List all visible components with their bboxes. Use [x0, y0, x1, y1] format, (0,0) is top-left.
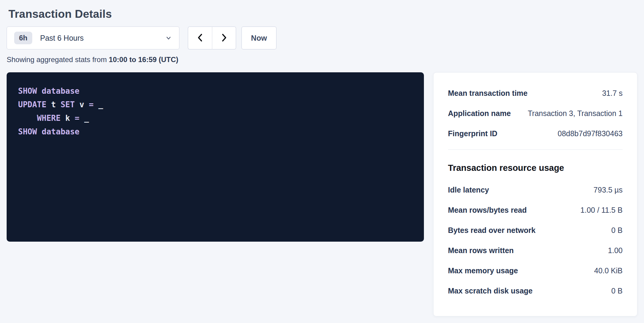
sql-line: WHERE k = _ — [18, 111, 412, 125]
sql-statement-box: SHOW databaseUPDATE t SET v = _ WHERE k … — [7, 72, 424, 242]
chevron-down-icon — [165, 35, 172, 41]
sql-token-plain: t — [46, 100, 61, 109]
chevron-left-icon — [196, 33, 204, 43]
sql-token-plain: k — [61, 114, 75, 123]
sql-token-keyword: SET — [61, 100, 75, 109]
time-range-dropdown[interactable]: 6h Past 6 Hours — [7, 27, 179, 49]
detail-row-label: Mean rows written — [448, 246, 514, 255]
chevron-right-icon — [220, 33, 228, 43]
sql-line: SHOW database — [18, 84, 412, 98]
detail-row-label: Idle latency — [448, 186, 489, 194]
detail-row-label: Max scratch disk usage — [448, 287, 533, 295]
detail-row-label: Application name — [448, 109, 511, 118]
time-range-pager — [188, 27, 236, 49]
resource-rows: Idle latency793.5 µsMean rows/bytes read… — [448, 186, 623, 295]
detail-row-label: Fingerprint ID — [448, 129, 497, 138]
sql-line: SHOW database — [18, 125, 412, 139]
detail-row: Application nameTransaction 3, Transacti… — [448, 109, 623, 118]
sql-token-keyword: = — [89, 100, 94, 109]
detail-row-value: 0 B — [611, 226, 623, 235]
detail-row: Mean transaction time31.7 s — [448, 89, 623, 98]
sql-token-plain: v — [75, 100, 89, 109]
detail-row-value: 793.5 µs — [594, 186, 623, 194]
sql-token-plain: _ — [80, 114, 89, 123]
detail-row: Bytes read over network0 B — [448, 226, 623, 235]
detail-row: Max memory usage40.0 KiB — [448, 266, 623, 275]
aggregation-range-prefix: Showing aggregated stats from — [7, 55, 109, 64]
detail-row-value: 0 B — [611, 287, 623, 295]
detail-row: Max scratch disk usage0 B — [448, 287, 623, 295]
time-range-label: Past 6 Hours — [40, 34, 84, 42]
aggregation-range-value: 10:00 to 16:59 (UTC) — [109, 55, 178, 64]
sql-token-keyword: WHERE — [18, 114, 61, 123]
detail-row: Fingerprint ID08d8b7d97f830463 — [448, 129, 623, 138]
detail-row-label: Max memory usage — [448, 266, 518, 275]
page-title: Transaction Details — [8, 8, 637, 20]
summary-rows: Mean transaction time31.7 sApplication n… — [448, 89, 623, 138]
sql-code: SHOW databaseUPDATE t SET v = _ WHERE k … — [18, 84, 412, 139]
detail-row-value: 1.00 / 11.5 B — [580, 206, 623, 215]
detail-row-label: Mean transaction time — [448, 89, 528, 98]
transaction-details-card: Mean transaction time31.7 sApplication n… — [433, 72, 637, 316]
detail-row-value: 1.00 — [608, 246, 623, 255]
main-content: SHOW databaseUPDATE t SET v = _ WHERE k … — [7, 72, 637, 316]
time-controls: 6h Past 6 Hours — [7, 27, 637, 49]
sql-token-keyword: UPDATE — [18, 100, 46, 109]
now-button[interactable]: Now — [242, 27, 276, 49]
previous-time-range-button[interactable] — [188, 27, 212, 49]
time-range-badge: 6h — [14, 32, 32, 44]
transaction-details-page: Transaction Details 6h Past 6 Hours — [0, 0, 644, 316]
aggregation-range-text: Showing aggregated stats from 10:00 to 1… — [7, 55, 637, 64]
detail-row-label: Mean rows/bytes read — [448, 206, 527, 215]
sql-token-keyword: SHOW database — [18, 127, 80, 136]
detail-row-value: 40.0 KiB — [594, 266, 623, 275]
detail-row-value: 08d8b7d97f830463 — [557, 129, 623, 138]
resource-usage-heading: Transaction resource usage — [448, 163, 623, 173]
sql-token-keyword: SHOW database — [18, 86, 80, 96]
sql-token-plain: _ — [93, 100, 103, 109]
detail-row-label: Bytes read over network — [448, 226, 535, 235]
detail-row-value: 31.7 s — [602, 89, 623, 98]
detail-row: Idle latency793.5 µs — [448, 186, 623, 194]
detail-row-value: Transaction 3, Transaction 1 — [528, 109, 623, 118]
card-divider — [448, 149, 623, 150]
detail-row: Mean rows/bytes read1.00 / 11.5 B — [448, 206, 623, 215]
sql-token-keyword: = — [75, 114, 80, 123]
next-time-range-button[interactable] — [212, 27, 236, 49]
detail-row: Mean rows written1.00 — [448, 246, 623, 255]
sql-line: UPDATE t SET v = _ — [18, 98, 412, 111]
